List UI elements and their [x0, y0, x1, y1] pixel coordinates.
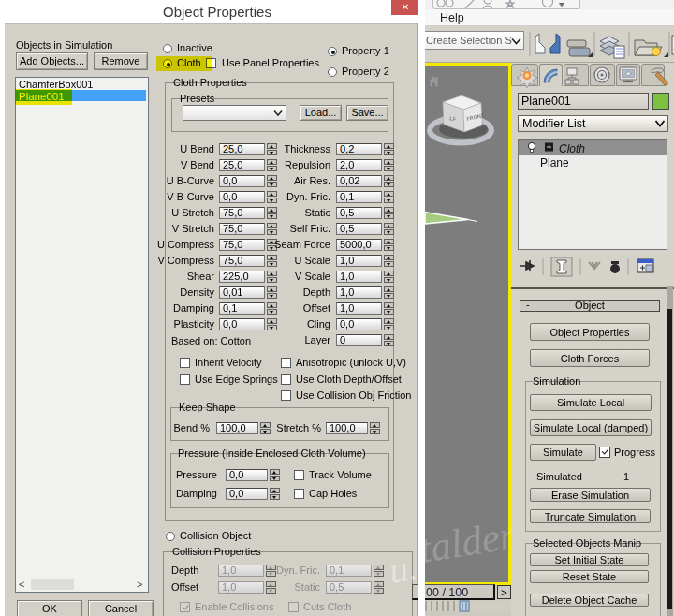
svg-text:.LF: .LF	[448, 115, 457, 122]
